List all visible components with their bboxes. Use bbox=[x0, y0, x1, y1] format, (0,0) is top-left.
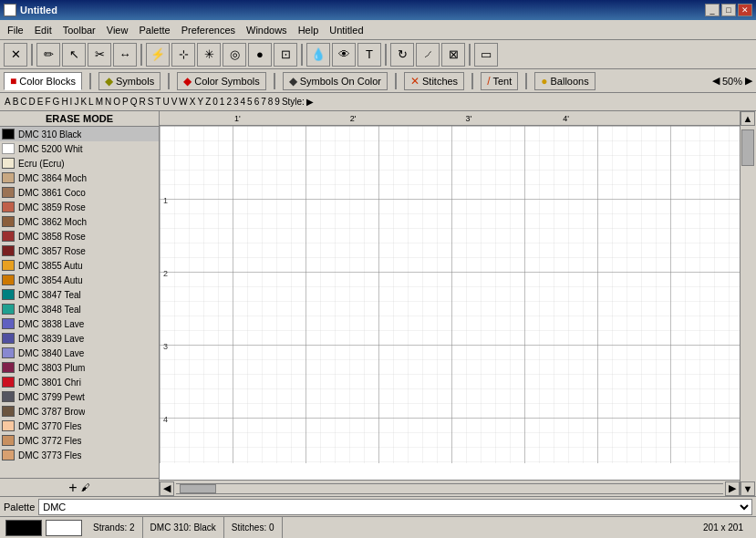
palette-row-dmc-3773[interactable]: DMC 3773 Fles bbox=[0, 448, 159, 462]
stamp-tool-button[interactable]: ⊡ bbox=[274, 43, 297, 67]
palette-row-dmc-3840[interactable]: DMC 3840 Lave bbox=[0, 346, 159, 360]
scroll-up-button[interactable]: ▲ bbox=[740, 111, 755, 126]
alpha-3[interactable]: 3 bbox=[233, 97, 239, 107]
palette-row-dmc-3855[interactable]: DMC 3855 Autu bbox=[0, 258, 159, 273]
palette-row-dmc-3847[interactable]: DMC 3847 Teal bbox=[0, 287, 159, 302]
palette-row-dmc-3770[interactable]: DMC 3770 Fles bbox=[0, 419, 159, 433]
alpha-O[interactable]: O bbox=[113, 97, 120, 107]
alpha-K[interactable]: K bbox=[80, 97, 87, 107]
alpha-5[interactable]: 5 bbox=[247, 97, 253, 107]
pencil-tool-button[interactable]: ✏ bbox=[36, 43, 60, 67]
palette-row-dmc-3858[interactable]: DMC 3858 Rose bbox=[0, 229, 159, 243]
line-tool-button[interactable]: ⟋ bbox=[416, 43, 440, 67]
wand-tool-button[interactable]: ⚡ bbox=[146, 43, 170, 67]
close-button[interactable]: ✕ bbox=[738, 4, 752, 16]
alpha-J[interactable]: J bbox=[74, 97, 78, 107]
palette-row-dmc-3861[interactable]: DMC 3861 Coco bbox=[0, 185, 159, 200]
balloons-tab[interactable]: ●Balloons bbox=[534, 72, 595, 90]
alpha-Y[interactable]: Y bbox=[197, 97, 203, 107]
scroll-left-button[interactable]: ◀ bbox=[160, 481, 174, 496]
alpha-7[interactable]: 7 bbox=[261, 97, 266, 107]
maximize-button[interactable]: □ bbox=[721, 4, 736, 16]
dropper-tool-button[interactable]: 💧 bbox=[306, 43, 330, 67]
vertical-scrollbar[interactable]: ▲ ▼ bbox=[740, 111, 756, 496]
alpha-8[interactable]: 8 bbox=[268, 97, 274, 107]
vscroll-thumb[interactable] bbox=[741, 129, 754, 166]
rect-tool-button[interactable]: ▭ bbox=[474, 43, 498, 67]
palette-row-dmc-3839[interactable]: DMC 3839 Lave bbox=[0, 331, 159, 346]
tent-tab[interactable]: /Tent bbox=[481, 72, 518, 90]
scrollbar-thumb[interactable] bbox=[180, 484, 216, 493]
alpha-H[interactable]: H bbox=[61, 97, 67, 107]
palette-row-dmc-3859[interactable]: DMC 3859 Rose bbox=[0, 200, 159, 214]
brush-tool-button[interactable]: ⊹ bbox=[171, 43, 195, 67]
rotate-tool-button[interactable]: ↻ bbox=[390, 43, 414, 67]
alpha-C[interactable]: C bbox=[20, 97, 26, 107]
cut-tool-button[interactable]: ✂ bbox=[88, 43, 111, 67]
alpha-G[interactable]: G bbox=[53, 97, 60, 107]
menu-item-help[interactable]: Help bbox=[293, 23, 325, 37]
menu-item-preferences[interactable]: Preferences bbox=[176, 23, 241, 37]
palette-row-dmc-3854[interactable]: DMC 3854 Autu bbox=[0, 273, 159, 287]
palette-row-dmc-3801[interactable]: DMC 3801 Chri bbox=[0, 375, 159, 389]
stitches-tab[interactable]: ✕Stitches bbox=[404, 72, 464, 90]
alpha-B[interactable]: B bbox=[13, 97, 19, 107]
palette-select[interactable]: DMC Anchor bbox=[38, 499, 752, 515]
palette-row-dmc-3772[interactable]: DMC 3772 Fles bbox=[0, 433, 159, 448]
palette-row-dmc-3862[interactable]: DMC 3862 Moch bbox=[0, 214, 159, 229]
symbols-on-color-tab[interactable]: ◆Symbols On Color bbox=[283, 72, 388, 90]
alpha-P[interactable]: P bbox=[122, 97, 129, 107]
horizontal-scrollbar[interactable]: ◀ ▶ bbox=[160, 480, 740, 496]
asterisk-tool-button[interactable]: ✳ bbox=[197, 43, 221, 67]
menu-item-edit[interactable]: Edit bbox=[29, 23, 57, 37]
palette-row-dmc-3799[interactable]: DMC 3799 Pewt bbox=[0, 389, 159, 404]
eye-tool-button[interactable]: 👁 bbox=[332, 43, 356, 67]
palette-row-dmc-310[interactable]: DMC 310 Black bbox=[0, 127, 159, 141]
menu-item-palette[interactable]: Palette bbox=[133, 23, 175, 37]
palette-row-dmc-3848[interactable]: DMC 3848 Teal bbox=[0, 302, 159, 316]
palette-row-dmc-3864[interactable]: DMC 3864 Moch bbox=[0, 171, 159, 185]
grid-canvas-area[interactable]: 1 2 3 4 bbox=[160, 126, 740, 480]
fill-tool-button[interactable]: ● bbox=[248, 43, 272, 67]
palette-row-dmc-5200[interactable]: DMC 5200 Whit bbox=[0, 141, 159, 156]
menu-item-view[interactable]: View bbox=[101, 23, 134, 37]
alpha-9[interactable]: 9 bbox=[274, 97, 280, 107]
alpha-6[interactable]: 6 bbox=[254, 97, 260, 107]
alpha-D[interactable]: D bbox=[29, 97, 36, 107]
alpha-Q[interactable]: Q bbox=[130, 97, 138, 107]
alpha-2[interactable]: 2 bbox=[226, 97, 232, 107]
vscroll-track[interactable] bbox=[740, 126, 756, 481]
menu-item-toolbar[interactable]: Toolbar bbox=[57, 23, 101, 37]
alpha-4[interactable]: 4 bbox=[241, 97, 246, 107]
color-blocks-tab[interactable]: ■Color Blocks bbox=[4, 72, 82, 90]
palette-list[interactable]: DMC 310 BlackDMC 5200 WhitEcru (Ecru)DMC… bbox=[0, 127, 159, 478]
color-symbols-tab[interactable]: ◆Color Symbols bbox=[177, 72, 266, 90]
menu-item-untitled[interactable]: Untitled bbox=[324, 23, 368, 37]
palette-row-dmc-3838[interactable]: DMC 3838 Lave bbox=[0, 316, 159, 331]
alpha-V[interactable]: V bbox=[171, 97, 178, 107]
zoom-control[interactable]: ◀50%▶ bbox=[712, 75, 752, 87]
scrollbar-track[interactable] bbox=[176, 483, 723, 494]
alpha-F[interactable]: F bbox=[45, 97, 50, 107]
eraser-tool-button[interactable]: ⊠ bbox=[441, 43, 465, 67]
alpha-W[interactable]: W bbox=[179, 97, 187, 107]
minimize-button[interactable]: _ bbox=[705, 4, 720, 16]
move-tool-button[interactable]: ↔ bbox=[113, 43, 137, 67]
scroll-right-button[interactable]: ▶ bbox=[725, 481, 740, 496]
alpha-I[interactable]: I bbox=[70, 97, 73, 107]
alpha-R[interactable]: R bbox=[139, 97, 145, 107]
alpha-S[interactable]: S bbox=[148, 97, 154, 107]
alpha-U[interactable]: U bbox=[162, 97, 169, 107]
palette-row-dmc-3857[interactable]: DMC 3857 Rose bbox=[0, 243, 159, 258]
alpha-M[interactable]: M bbox=[96, 97, 103, 107]
alpha-N[interactable]: N bbox=[105, 97, 111, 107]
alpha-T[interactable]: T bbox=[155, 97, 161, 107]
palette-add-button[interactable]: + 🖌 bbox=[0, 478, 159, 496]
alpha-A[interactable]: A bbox=[5, 97, 11, 107]
menu-item-file[interactable]: File bbox=[2, 23, 29, 37]
alpha-X[interactable]: X bbox=[190, 97, 196, 107]
text-tool-button[interactable]: T bbox=[357, 43, 381, 67]
alpha-0[interactable]: 0 bbox=[212, 97, 218, 107]
symbols-tab[interactable]: ◆Symbols bbox=[98, 72, 161, 90]
palette-row-ecru[interactable]: Ecru (Ecru) bbox=[0, 156, 159, 171]
